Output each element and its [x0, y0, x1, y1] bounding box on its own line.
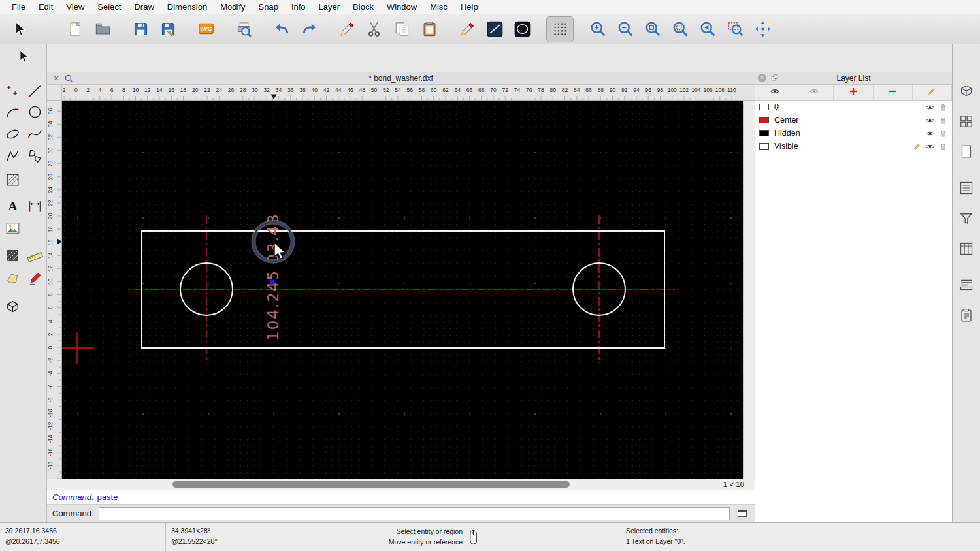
lock-closed-icon[interactable] — [938, 116, 948, 125]
layer-list: 0CenterHiddenVisible — [755, 101, 952, 522]
dock-library-button[interactable] — [955, 80, 977, 102]
circles-tool[interactable] — [24, 102, 46, 123]
layer-row-hidden[interactable]: Hidden — [755, 127, 952, 140]
copy-button[interactable] — [388, 16, 416, 42]
dock-blocks-button[interactable] — [955, 111, 977, 133]
eye-open-icon[interactable] — [925, 129, 935, 138]
select-tool[interactable] — [12, 47, 35, 68]
lines-tool[interactable] — [24, 82, 46, 102]
image-tool[interactable] — [1, 219, 24, 240]
polylines-tool[interactable] — [1, 146, 24, 167]
measure-tool[interactable] — [24, 246, 46, 267]
menu-misc[interactable]: Misc — [423, 2, 454, 12]
pen-attributes-button[interactable] — [453, 16, 481, 42]
undo-button[interactable] — [268, 16, 295, 42]
mdi-spacer — [47, 44, 755, 72]
menu-snap[interactable]: Snap — [252, 2, 285, 12]
print-preview-button[interactable] — [230, 16, 257, 42]
zoom-previous-button[interactable] — [694, 16, 721, 42]
menu-window[interactable]: Window — [380, 2, 423, 12]
command-dock-button[interactable] — [735, 508, 749, 520]
points-tool[interactable] — [1, 82, 24, 102]
layer-row-visible[interactable]: Visible — [755, 140, 952, 153]
polygons-tool[interactable] — [24, 146, 46, 167]
pencil-edit-icon[interactable] — [912, 142, 922, 151]
menu-dimension[interactable]: Dimension — [161, 2, 214, 12]
menu-draw[interactable]: Draw — [127, 2, 160, 12]
document-close-button[interactable]: × — [51, 74, 61, 83]
zoom-auto-button[interactable] — [639, 16, 666, 42]
cut-button[interactable] — [361, 16, 388, 42]
menu-info[interactable]: Info — [285, 2, 312, 12]
menu-select[interactable]: Select — [91, 2, 127, 12]
lock-closed-icon[interactable] — [938, 129, 948, 138]
zoom-pan-button[interactable] — [749, 16, 776, 42]
splines-tool[interactable] — [24, 125, 46, 146]
ellipse-attributes-button[interactable] — [508, 16, 536, 42]
lock-closed-icon[interactable] — [938, 102, 948, 112]
menu-view[interactable]: View — [59, 2, 91, 12]
menu-file[interactable]: File — [5, 2, 32, 12]
arcs-tool[interactable] — [1, 102, 24, 123]
drawing-canvas[interactable]: 104.245 03.4B — [62, 101, 743, 479]
save-as-button[interactable] — [154, 16, 182, 42]
line-attributes-button[interactable] — [481, 16, 508, 42]
dock-columns-button[interactable] — [955, 238, 977, 260]
layer-row-0[interactable]: 0 — [755, 101, 952, 114]
layer-row-center[interactable]: Center — [755, 114, 952, 127]
menu-help[interactable]: Help — [454, 2, 485, 12]
dock-clipboard-button[interactable] — [955, 305, 977, 327]
drawing-toolbar: A — [0, 44, 47, 522]
solids-tool[interactable] — [1, 297, 24, 318]
lock-closed-icon[interactable] — [938, 142, 948, 151]
svg-text:78: 78 — [538, 87, 544, 93]
vertical-scrollbar[interactable] — [743, 101, 755, 479]
open-drawing-button[interactable] — [89, 16, 116, 42]
hatch-tool[interactable] — [1, 170, 24, 191]
eye-open-icon[interactable] — [925, 102, 935, 112]
modify-tool[interactable] — [1, 269, 24, 290]
eye-open-icon[interactable] — [925, 116, 935, 125]
new-drawing-button[interactable] — [61, 16, 89, 42]
svg-text:94: 94 — [633, 87, 640, 93]
dock-list-button[interactable] — [955, 178, 977, 200]
zoom-in-button[interactable] — [584, 16, 612, 42]
menu-block[interactable]: Block — [346, 2, 380, 12]
horizontal-scrollbar[interactable] — [62, 479, 713, 490]
grid-toggle-button[interactable] — [546, 16, 574, 42]
hide-all-layers-button[interactable] — [794, 85, 834, 100]
dimensions-tool[interactable] — [24, 197, 46, 217]
select-pointer-button[interactable] — [5, 16, 33, 42]
dock-page-button[interactable] — [955, 141, 977, 163]
spline-curve-icon — [27, 126, 43, 144]
paste-button[interactable] — [416, 16, 443, 42]
horizontal-scrollbar-thumb[interactable] — [172, 481, 570, 488]
zoom-window-button[interactable] — [721, 16, 749, 42]
ellipses-tool[interactable] — [1, 125, 24, 146]
svg-text:38: 38 — [299, 87, 306, 93]
snap-tool[interactable] — [24, 269, 46, 290]
dock-command-button[interactable] — [955, 274, 977, 296]
save-button[interactable] — [127, 16, 154, 42]
redo-button[interactable] — [295, 16, 323, 42]
dock-filter-button[interactable] — [955, 208, 977, 230]
menu-modify[interactable]: Modify — [214, 2, 252, 12]
panel-close-button[interactable]: × — [758, 74, 766, 82]
zoom-out-button[interactable] — [612, 16, 639, 42]
panel-float-icon[interactable] — [770, 74, 779, 82]
text-tool[interactable]: A — [1, 197, 24, 217]
eye-open-icon[interactable] — [925, 142, 935, 151]
svg-text:106: 106 — [703, 87, 712, 93]
export-svg-button[interactable]: SVG — [192, 16, 220, 42]
command-input[interactable] — [99, 507, 730, 520]
menu-edit[interactable]: Edit — [32, 2, 59, 12]
remove-layer-button[interactable] — [874, 85, 913, 100]
dimension-arrows-icon — [27, 198, 43, 216]
erase-button[interactable] — [333, 16, 361, 42]
show-all-layers-button[interactable] — [755, 85, 794, 100]
menu-layer[interactable]: Layer — [312, 2, 347, 12]
add-layer-button[interactable] — [834, 85, 873, 100]
modify-layer-button[interactable] — [913, 85, 952, 100]
zoom-selected-button[interactable] — [666, 16, 694, 42]
pattern-tool[interactable] — [1, 246, 24, 267]
